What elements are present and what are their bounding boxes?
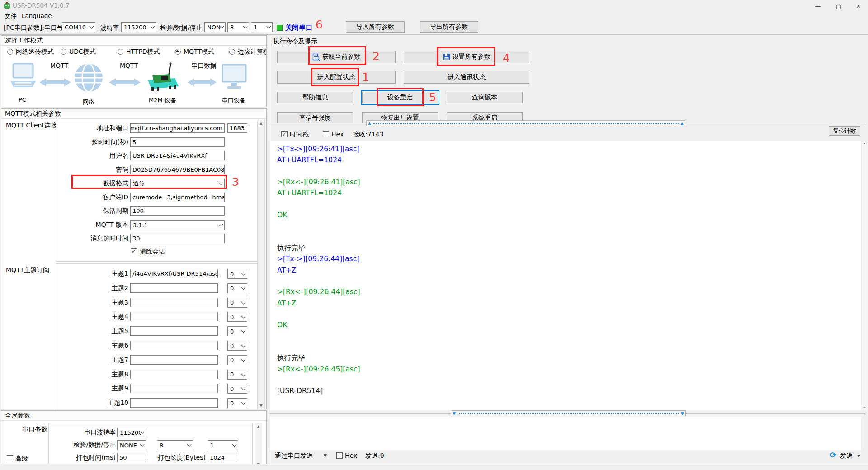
timeout-input[interactable]: 5 — [130, 137, 225, 147]
scroll-down-icon[interactable]: ▼ — [258, 403, 264, 408]
keepalive-input[interactable]: 100 — [130, 206, 225, 216]
scroll-up-icon[interactable]: ▲ — [680, 121, 684, 126]
radio-net-passthrough[interactable] — [7, 49, 13, 55]
top-hscrollbar[interactable]: ▲ ▲ — [366, 120, 685, 126]
g-stopbits-select[interactable]: 1 — [208, 440, 238, 450]
send-hex-checkbox[interactable] — [336, 452, 343, 459]
radio-label-mqtt[interactable]: MQTT模式 — [184, 48, 214, 56]
scroll-down-icon[interactable]: ⌄ — [862, 404, 868, 409]
chevron-down-icon — [241, 271, 246, 276]
com-port-select[interactable]: COM10 — [62, 22, 95, 32]
export-all-button[interactable]: 导出所有参数 — [420, 21, 478, 33]
help-button[interactable]: 帮助信息 — [277, 92, 353, 103]
chevron-down-icon[interactable]: ▼ — [857, 454, 860, 458]
topic-input[interactable] — [130, 398, 218, 408]
topic-input[interactable] — [130, 326, 218, 336]
topic-qos-select[interactable]: 0 — [227, 312, 247, 322]
send-via-serial-dropdown[interactable]: 通过串口发送 — [275, 452, 313, 460]
g-databits-select[interactable]: 8 — [157, 440, 193, 450]
annotation-6: 6 — [316, 18, 323, 31]
radio-mqtt[interactable] — [175, 49, 181, 55]
port-input[interactable]: 1883 — [227, 123, 247, 133]
global-scrollbar[interactable]: ▲ ▼ — [255, 423, 262, 468]
topic-input[interactable] — [130, 341, 218, 350]
topic-input[interactable] — [130, 370, 218, 379]
client-id-input[interactable]: curemode=3,signmethod=hmacsha1| — [130, 193, 225, 202]
addr-input[interactable]: i.iot-as-mqtt.cn-shanghai.aliyuncs.com — [130, 123, 225, 133]
advanced-checkbox[interactable] — [7, 455, 13, 461]
enter-comm-button[interactable]: 进入通讯状态 — [404, 71, 529, 84]
reset-count-button[interactable]: 复位计数 — [829, 126, 860, 136]
topic-qos-select[interactable]: 0 — [227, 326, 247, 336]
databits-select[interactable]: 8 — [227, 22, 249, 32]
chevron-down-icon[interactable]: ▼ — [324, 453, 327, 458]
send-button[interactable]: 发送 — [840, 452, 853, 460]
timeout-label: 超时时间(秒) — [28, 138, 128, 146]
send-input-area[interactable] — [270, 417, 861, 450]
g-baud-select[interactable]: 115200 — [117, 428, 146, 437]
menu-language[interactable]: Language — [22, 12, 52, 19]
status-bar — [0, 464, 868, 470]
timestamp-checkbox[interactable]: ✓ — [281, 131, 288, 137]
scroll-down-icon[interactable]: ▼ — [681, 411, 684, 416]
topic-qos-select[interactable]: 0 — [227, 341, 247, 351]
radio-edge[interactable] — [229, 49, 235, 55]
scroll-up-icon[interactable]: ▲ — [255, 424, 262, 429]
radio-label-net[interactable]: 网络透传模式 — [16, 48, 54, 56]
username-input[interactable]: USR-DR514&i4u4VIKvRXf — [130, 151, 225, 160]
scroll-up-icon[interactable]: ▲ — [368, 121, 371, 126]
parity-select[interactable]: NONI — [204, 22, 226, 32]
topic-qos-select[interactable]: 0 — [227, 370, 247, 380]
radio-label-httpd[interactable]: HTTPD模式 — [126, 48, 160, 56]
topic-qos-select[interactable]: 0 — [227, 269, 247, 279]
topic-qos-select[interactable]: 0 — [227, 298, 247, 308]
close-serial-button[interactable]: 关闭串口 — [285, 24, 312, 32]
import-all-button[interactable]: 导入所有参数 — [346, 21, 405, 33]
maximize-button[interactable]: ▢ — [828, 0, 849, 12]
log-line — [277, 375, 360, 385]
radio-label-edge[interactable]: 边缘计算模式 — [238, 48, 267, 56]
topic-input[interactable] — [130, 312, 218, 321]
topic-input[interactable] — [130, 283, 218, 293]
scroll-up-icon[interactable]: ⌃ — [862, 142, 868, 147]
scroll-down-icon[interactable]: ▼ — [453, 411, 456, 416]
mqtt-version-select[interactable]: 3.1.1 — [130, 220, 225, 230]
mqtt-version-label: MQTT 版本 — [28, 221, 128, 229]
stopbits-select[interactable]: 1 — [251, 22, 273, 32]
log-line: 执行完毕 — [277, 243, 360, 254]
radio-label-udc[interactable]: UDC模式 — [69, 48, 96, 56]
client-id-label: 客户端ID — [28, 193, 128, 202]
radio-udc[interactable] — [61, 49, 66, 55]
mqtt-scrollbar[interactable]: ▲ ▼ — [257, 120, 265, 409]
scroll-up-icon[interactable]: ▲ — [258, 121, 264, 126]
pack-len-input[interactable]: 1024 — [208, 453, 237, 462]
clear-session-checkbox[interactable]: ✓ — [131, 248, 137, 254]
menu-file[interactable]: 文件 — [5, 12, 17, 20]
refresh-send-icon[interactable]: ⟳ — [830, 451, 836, 460]
close-button[interactable]: ✕ — [849, 0, 868, 12]
signal-strength-button[interactable]: 查信号强度 — [277, 112, 353, 124]
m2m-device-icon — [145, 62, 180, 94]
radio-httpd[interactable] — [118, 49, 123, 55]
pack-time-input[interactable]: 50 — [117, 453, 146, 462]
topic-qos-select[interactable]: 0 — [227, 384, 247, 394]
topic-input[interactable]: /i4u4VIKvRXf/USR-DR514/user/get — [130, 269, 218, 278]
topic-input[interactable] — [130, 298, 218, 307]
msg-timeout-input[interactable]: 30 — [130, 234, 225, 243]
topic-qos-select[interactable]: 0 — [227, 355, 247, 365]
chevron-down-icon — [241, 314, 246, 319]
bottom-hscrollbar[interactable]: ▼ ▼ — [451, 410, 686, 416]
topic-qos-select[interactable]: 0 — [227, 283, 247, 293]
recv-hex-checkbox[interactable] — [323, 131, 329, 137]
baud-select[interactable]: 115200 — [121, 22, 156, 32]
log-line: >[Rx<-][09:26:44][asc] — [277, 287, 360, 297]
pack-time-label: 打包时间(ms) — [47, 454, 116, 462]
topic-input[interactable] — [130, 355, 218, 365]
topic-qos-select[interactable]: 0 — [227, 398, 247, 408]
query-version-button[interactable]: 查询版本 — [447, 92, 523, 103]
log-scrollbar[interactable]: ⌃ ⌄ — [862, 141, 868, 410]
topic-input[interactable] — [130, 384, 218, 393]
password-input[interactable]: D025D767654679BE0FB1AC08267C7 — [130, 165, 225, 174]
minimize-button[interactable]: — — [807, 0, 828, 12]
g-parity-select[interactable]: NONE — [117, 440, 146, 450]
